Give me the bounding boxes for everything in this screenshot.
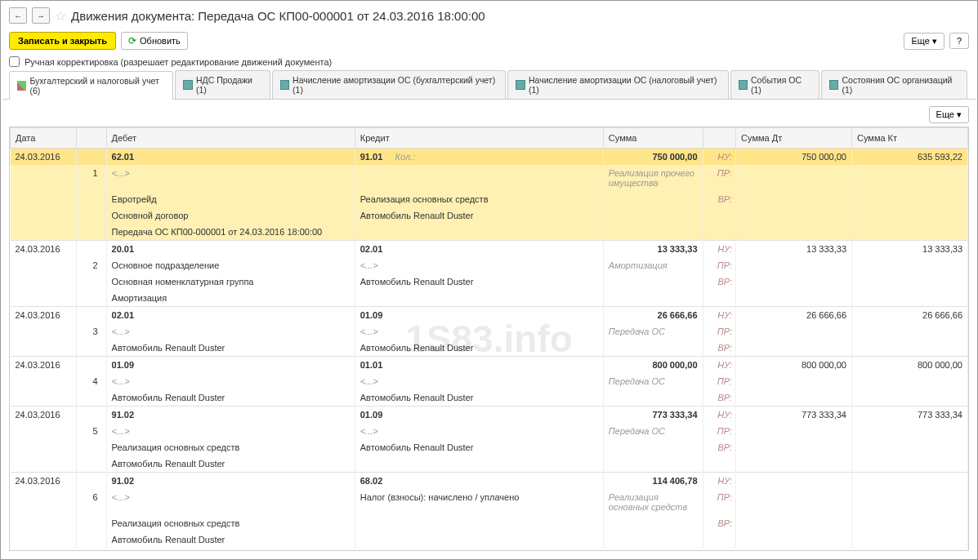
tax-label: ВР: <box>703 191 736 207</box>
table-subrow[interactable]: Основной договорАвтомобиль Renault Duste… <box>11 207 968 224</box>
cell-sum: 750 000,00 <box>603 149 703 166</box>
tax-label <box>703 224 736 241</box>
cell-sum-desc: Передача ОС <box>603 373 703 389</box>
table-subrow[interactable]: 4<...><...>Передача ОСПР: <box>11 373 968 389</box>
table-row[interactable]: 24.03.201691.0201.09773 333,34НУ:773 333… <box>11 407 968 424</box>
more-button[interactable]: Еще ▾ <box>904 33 944 50</box>
tax-label: ВР: <box>703 439 736 456</box>
favorite-icon[interactable]: ☆ <box>55 8 66 24</box>
cell-credit-line <box>355 456 603 473</box>
table-subrow[interactable]: 3<...><...>Передача ОСПР: <box>11 323 968 340</box>
table-subrow[interactable]: Автомобиль Renault DusterАвтомобиль Rena… <box>11 389 968 407</box>
table-subrow[interactable]: Реализация основных средствВР: <box>11 515 968 531</box>
table-subrow[interactable]: ЕвротрейдРеализация основных средствВР: <box>11 191 968 207</box>
cell-sum-desc <box>603 439 703 456</box>
col-sumdt[interactable]: Сумма Дт <box>736 128 852 149</box>
table-subrow[interactable]: Автомобиль Renault Duster <box>11 531 968 548</box>
cell-date: 24.03.2016 <box>11 407 77 424</box>
help-button[interactable]: ? <box>949 33 969 49</box>
nav-forward-button[interactable]: → <box>32 7 50 24</box>
tax-label <box>703 531 736 548</box>
cell-credit-line <box>355 165 603 191</box>
tab-5[interactable]: Состояния ОС организаций (1) <box>821 70 967 99</box>
cell-sumdt: 750 000,00 <box>736 149 852 166</box>
tax-label <box>703 456 736 473</box>
cell-sum-desc: Реализация прочего имущества <box>603 165 703 191</box>
cell-credit-line: Автомобиль Renault Duster <box>355 207 603 224</box>
cell-sumkt: 773 333,34 <box>852 407 968 424</box>
tab-4[interactable]: События ОС (1) <box>730 70 819 99</box>
cell-debit-line: Автомобиль Renault Duster <box>106 389 355 407</box>
cell-sum-desc <box>603 389 703 407</box>
cell-sumdt: 26 666,66 <box>736 307 852 324</box>
cell-debit-acc: 62.01 <box>106 149 355 166</box>
tab-0[interactable]: Бухгалтерский и налоговый учет (6) <box>9 71 173 100</box>
table-subrow[interactable]: 6<...>Налог (взносы): начислено / уплаче… <box>11 489 968 515</box>
grid-more-button[interactable]: Еще ▾ <box>929 106 969 123</box>
table-icon <box>739 80 748 90</box>
col-credit[interactable]: Кредит <box>355 128 603 149</box>
col-debit[interactable]: Дебет <box>106 128 355 149</box>
cell-sum-desc: Передача ОС <box>603 423 703 439</box>
nav-back-button[interactable]: ← <box>9 7 27 24</box>
tax-nu-label: НУ: <box>703 407 736 424</box>
col-sum[interactable]: Сумма <box>603 128 703 149</box>
table-row[interactable]: 24.03.201601.0901.01800 000,00НУ:800 000… <box>11 357 968 374</box>
cell-sumkt: 635 593,22 <box>852 149 968 166</box>
table-row[interactable]: 24.03.201620.0102.0113 333,33НУ:13 333,3… <box>11 241 968 258</box>
cell-sumkt: 26 666,66 <box>852 307 968 324</box>
cell-sumdt: 13 333,33 <box>736 241 852 258</box>
col-date[interactable]: Дата <box>11 128 77 149</box>
table-subrow[interactable]: 1<...>Реализация прочего имуществаПР: <box>11 165 968 191</box>
tax-nu-label: НУ: <box>703 149 736 166</box>
table-subrow[interactable]: Автомобиль Renault DusterАвтомобиль Rena… <box>11 340 968 357</box>
table-row[interactable]: 24.03.201662.0191.01 Кол.:750 000,00НУ:7… <box>11 149 968 166</box>
manual-correction-checkbox[interactable] <box>9 56 20 67</box>
tax-nu-label: НУ: <box>703 307 736 324</box>
cell-credit-acc: 02.01 <box>355 241 603 258</box>
refresh-button[interactable]: ⟳ Обновить <box>121 32 188 50</box>
save-close-button[interactable]: Записать и закрыть <box>9 32 116 50</box>
tab-2[interactable]: Начисление амортизации ОС (бухгалтерский… <box>272 70 507 99</box>
table-subrow[interactable]: Реализация основных средствАвтомобиль Re… <box>11 439 968 456</box>
table-subrow[interactable]: Передача ОС КП00-000001 от 24.03.2016 18… <box>11 224 968 241</box>
table-row[interactable]: 24.03.201602.0101.0926 666,66НУ:26 666,6… <box>11 307 968 324</box>
table-subrow[interactable]: Амортизация <box>11 290 968 307</box>
cell-sum-desc: Передача ОС <box>603 323 703 340</box>
refresh-icon: ⟳ <box>128 35 136 47</box>
data-grid[interactable]: 1S83.info Дата Дебет Кредит Сумма Сумма … <box>9 127 969 551</box>
table-subrow[interactable]: Автомобиль Renault Duster <box>11 456 968 473</box>
table-icon <box>183 80 193 90</box>
cell-debit-acc: 01.09 <box>106 357 355 374</box>
table-subrow[interactable]: 5<...><...>Передача ОСПР: <box>11 423 968 439</box>
tab-3[interactable]: Начисление амортизации ОС (налоговый уче… <box>507 70 728 99</box>
tab-label: Начисление амортизации ОС (налоговый уче… <box>529 75 721 95</box>
cell-sum-desc <box>603 340 703 357</box>
cell-credit-line: <...> <box>355 373 603 389</box>
tax-label <box>703 207 736 224</box>
cell-debit-line: <...> <box>106 423 355 439</box>
table-icon <box>516 80 525 90</box>
table-subrow[interactable]: Основная номенклатурная группаАвтомобиль… <box>11 273 968 290</box>
cell-credit-line <box>355 290 603 307</box>
cell-sum: 114 406,78 <box>603 473 703 490</box>
cell-date: 24.03.2016 <box>11 357 77 374</box>
tax-nu-label: НУ: <box>703 241 736 258</box>
tax-label: ПР: <box>703 257 736 273</box>
table-row[interactable]: 24.03.201691.0268.02114 406,78НУ: <box>11 473 968 490</box>
tab-label: Начисление амортизации ОС (бухгалтерский… <box>293 75 498 95</box>
cell-sum: 800 000,00 <box>603 357 703 374</box>
cell-credit-line: Автомобиль Renault Duster <box>355 389 603 407</box>
cell-sum-desc <box>603 290 703 307</box>
cell-debit-acc: 91.02 <box>106 473 355 490</box>
cell-credit-acc: 91.01 Кол.: <box>355 149 603 166</box>
tax-label: ВР: <box>703 273 736 290</box>
cell-credit-acc: 01.01 <box>355 357 603 374</box>
cell-sum-desc: Амортизация <box>603 257 703 273</box>
cell-sum: 773 333,34 <box>603 407 703 424</box>
table-subrow[interactable]: 2Основное подразделение<...>АмортизацияП… <box>11 257 968 273</box>
col-sumkt[interactable]: Сумма Кт <box>852 128 968 149</box>
cell-credit-acc: 01.09 <box>355 407 603 424</box>
tab-1[interactable]: НДС Продажи (1) <box>175 70 270 99</box>
cell-debit-acc: 91.02 <box>106 407 355 424</box>
